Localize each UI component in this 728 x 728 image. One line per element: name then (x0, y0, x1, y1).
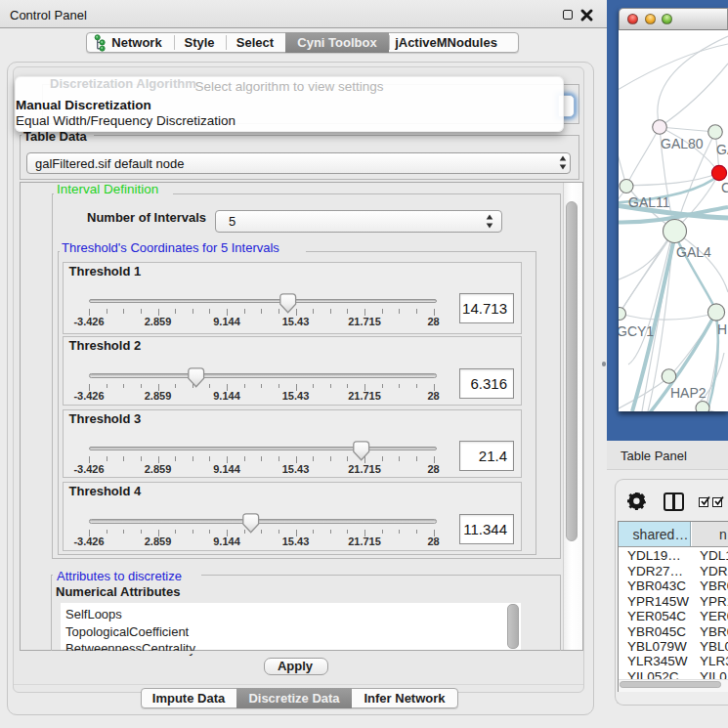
svg-text:GAL4: GAL4 (676, 244, 711, 260)
svg-text:C: C (721, 180, 728, 195)
svg-text:GA: GA (716, 142, 728, 157)
svg-text:GCY1: GCY1 (619, 323, 654, 339)
svg-text:GAL11: GAL11 (628, 194, 670, 210)
svg-text:H: H (717, 321, 727, 337)
svg-text:HAP2: HAP2 (670, 385, 707, 401)
svg-text:GAL80: GAL80 (661, 136, 704, 151)
